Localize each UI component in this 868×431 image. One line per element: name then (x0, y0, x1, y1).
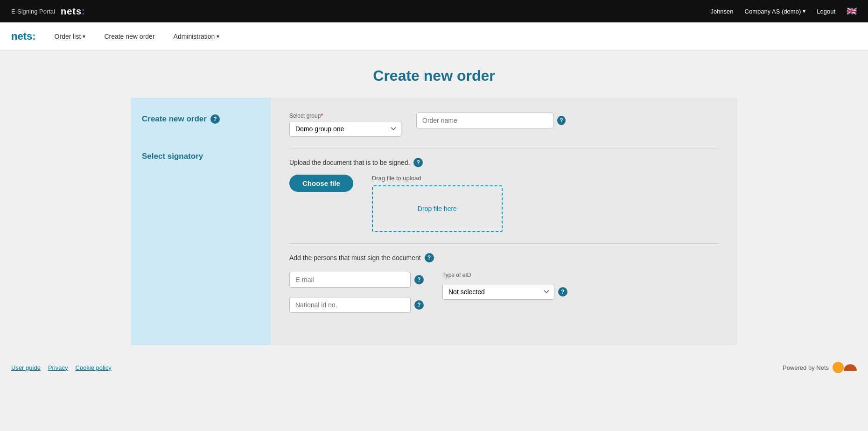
nets-logo-top: nets: (61, 6, 85, 17)
eid-help-icon[interactable]: ? (558, 287, 567, 297)
drop-zone-text: Drop file here (418, 205, 457, 212)
form-row-group-and-name: Select group* Demo group one ? (289, 113, 719, 137)
drag-area: Drag file to upload Drop file here (372, 175, 503, 232)
cookie-policy-link[interactable]: Cookie policy (76, 364, 112, 371)
powered-by-text: Powered by Nets (783, 364, 829, 371)
select-signatory-label: Select signatory (142, 152, 203, 161)
drag-label: Drag file to upload (372, 175, 421, 182)
privacy-link[interactable]: Privacy (48, 364, 68, 371)
app-label: E-Signing Portal (11, 8, 55, 15)
admin-chevron-icon: ▾ (217, 33, 219, 40)
company-selector[interactable]: Company AS (demo) ▾ (745, 8, 806, 15)
national-id-field[interactable] (289, 297, 411, 313)
nav-create-new-order[interactable]: Create new order (104, 33, 154, 40)
form-group-order-name: ? (416, 113, 566, 128)
footer-links: User guide Privacy Cookie policy (11, 364, 112, 371)
left-panel: Create new order ? Select signatory (131, 98, 271, 345)
nets-half-icon (844, 364, 857, 371)
signatory-left: ? ? (289, 272, 424, 313)
footer-right: Powered by Nets (783, 362, 857, 373)
email-field-row: ? (289, 272, 424, 288)
top-bar-user: Johnsen (710, 8, 733, 15)
company-chevron-icon: ▾ (803, 8, 805, 14)
top-bar-right: Johnsen Company AS (demo) ▾ Logout 🇬🇧 (710, 6, 857, 16)
nav-bar: nets: Order list ▾ Create new order Admi… (0, 22, 868, 50)
upload-label-row: Upload the document that is to be signed… (289, 158, 719, 167)
section-separator-2 (289, 243, 719, 244)
signatory-right: Type of eID Not selected ? (442, 272, 567, 300)
main-content: Create new order ? Select signatory Sele… (131, 98, 737, 345)
upload-section: Upload the document that is to be signed… (289, 158, 719, 232)
eid-select-row: Not selected ? (442, 284, 567, 300)
nets-dots-top: : (82, 6, 85, 16)
select-group-label: Select group* (289, 113, 401, 119)
top-bar-left: E-Signing Portal nets: (11, 6, 85, 17)
top-bar: E-Signing Portal nets: Johnsen Company A… (0, 0, 868, 22)
order-list-chevron-icon: ▾ (83, 33, 85, 40)
signatory-section: Add the persons that must sign the docum… (289, 253, 719, 313)
create-order-help-icon[interactable]: ? (210, 114, 220, 124)
nav-create-label: Create new order (104, 33, 154, 40)
right-panel: Select group* Demo group one ? Upload th… (271, 98, 737, 345)
page-title-area: Create new order (0, 50, 868, 98)
national-id-field-row: ? (289, 297, 424, 313)
order-name-help-icon[interactable]: ? (557, 116, 566, 125)
nav-admin-label: Administration (174, 33, 215, 40)
email-help-icon[interactable]: ? (414, 275, 424, 284)
create-order-section-title: Create new order ? (142, 114, 259, 124)
eid-label: Type of eID (442, 272, 567, 278)
add-persons-label: Add the persons that must sign the docum… (289, 254, 421, 261)
drop-zone[interactable]: Drop file here (372, 185, 503, 232)
logout-button[interactable]: Logout (817, 8, 835, 15)
nav-order-list-label: Order list (55, 33, 81, 40)
order-name-input[interactable] (416, 113, 553, 128)
section-divider: Select signatory (142, 152, 259, 161)
national-id-help-icon[interactable]: ? (414, 300, 424, 310)
form-group-select-group: Select group* Demo group one (289, 113, 401, 137)
create-order-label: Create new order (142, 114, 207, 124)
upload-label: Upload the document that is to be signed… (289, 159, 410, 166)
page-title: Create new order (0, 67, 868, 85)
footer: User guide Privacy Cookie policy Powered… (0, 354, 868, 381)
group-select[interactable]: Demo group one (289, 121, 401, 137)
choose-file-button[interactable]: Choose file (289, 175, 353, 192)
user-guide-link[interactable]: User guide (11, 364, 41, 371)
nets-ball-icon (833, 362, 844, 373)
company-name: Company AS (demo) (745, 8, 801, 15)
nav-order-list[interactable]: Order list ▾ (55, 33, 86, 40)
nets-dots-nav: : (32, 30, 35, 42)
section-separator-1 (289, 148, 719, 148)
add-persons-help-icon[interactable]: ? (425, 253, 434, 262)
signatory-label-row: Add the persons that must sign the docum… (289, 253, 719, 262)
select-signatory-section-title: Select signatory (142, 152, 259, 161)
upload-columns: Choose file Drag file to upload Drop fil… (289, 175, 719, 232)
select-group-required: * (321, 113, 323, 119)
signatory-fields: ? ? Type of eID Not selected ? (289, 272, 719, 313)
nav-administration[interactable]: Administration ▾ (174, 33, 220, 40)
nets-logo-nav[interactable]: nets: (11, 30, 36, 42)
eid-select[interactable]: Not selected (442, 284, 554, 300)
email-field[interactable] (289, 272, 411, 288)
language-flag-icon[interactable]: 🇬🇧 (847, 6, 857, 16)
upload-help-icon[interactable]: ? (413, 158, 423, 167)
